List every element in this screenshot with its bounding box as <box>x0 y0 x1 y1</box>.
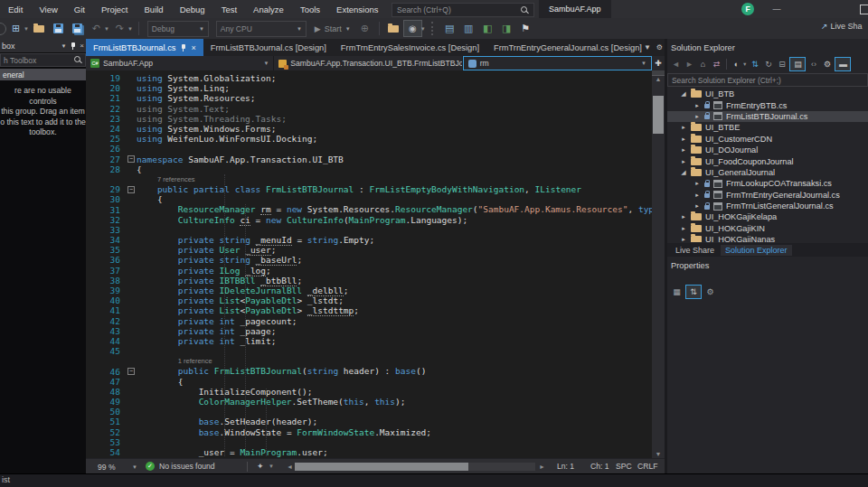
menu-item-tools[interactable]: Tools <box>292 0 328 18</box>
sync-with-active-document-icon[interactable]: ⇅ <box>749 58 760 70</box>
code-line[interactable]: 24using System.Windows.Forms; <box>86 124 665 134</box>
chevron-down-icon[interactable]: ▼ <box>420 26 426 32</box>
toolbox-search-input[interactable]: h Toolbox <box>0 53 86 67</box>
code-line[interactable]: 35 private User _user; <box>86 245 665 255</box>
comment-icon[interactable]: ◧ <box>480 21 495 36</box>
minimize-button[interactable]: — <box>765 0 788 18</box>
menu-item-project[interactable]: Project <box>93 0 137 18</box>
line-indicator[interactable]: Ln: 1 <box>557 462 574 471</box>
split-window-button[interactable]: ✚ <box>652 56 665 70</box>
view-code-icon[interactable]: ‹› <box>807 58 819 70</box>
codelens-line[interactable]: 1 reference <box>86 356 665 366</box>
tree-item-ui-dojournal[interactable]: ▸UI_DOJournal <box>667 145 868 155</box>
member-dropdown[interactable]: rm ▼ <box>463 56 652 70</box>
code-line[interactable]: 53 <box>86 437 665 447</box>
code-editor[interactable]: 19using System.Globalization;20using Sys… <box>86 70 665 459</box>
preview-selected-icon[interactable]: ▬ <box>835 57 851 71</box>
menu-item-edit[interactable]: Edit <box>0 0 31 18</box>
quick-launch-search[interactable]: Search (Ctrl+Q) <box>392 3 534 17</box>
zoom-selector[interactable]: 99 % ▼ <box>95 461 140 473</box>
chevron-expanded-icon[interactable]: ◢ <box>680 90 687 98</box>
code-line[interactable]: 43 private int _paage; <box>86 326 665 336</box>
debug-target-combo[interactable]: Debug▼ <box>147 21 209 37</box>
document-tab[interactable]: FrmTrnEntryGeneralJournal.cs [Design] <box>486 39 649 56</box>
start-button[interactable]: ▶Start▼ <box>315 24 351 33</box>
code-line[interactable]: 39 private IDeleteJurnalBll _delbll; <box>86 286 665 295</box>
pin-icon[interactable] <box>180 43 186 52</box>
codelens-line[interactable]: 7 references <box>86 174 665 184</box>
codelens-text[interactable]: 1 reference <box>137 357 212 365</box>
tree-item-frmentrybtb-cs[interactable]: ▸FrmEntryBTB.cs <box>667 99 868 110</box>
line-ending-indicator[interactable]: CRLF <box>637 462 657 471</box>
code-line[interactable]: 32 CultureInfo ci = new CultureInfo(Main… <box>86 215 665 225</box>
scrollbar-thumb[interactable] <box>295 463 468 471</box>
chevron-down-icon[interactable]: ▼ <box>24 26 29 32</box>
switch-views-icon[interactable]: ⇄ <box>711 58 722 70</box>
code-line[interactable]: 28{ <box>86 164 665 174</box>
collapse-icon[interactable]: − <box>127 368 135 375</box>
code-line[interactable]: 48 InitializeComponent(); <box>86 387 665 397</box>
chevron-down-icon[interactable]: ▼ <box>127 26 133 32</box>
redo-icon[interactable]: ↷ <box>112 21 127 36</box>
code-line[interactable]: 37 private ILog _log; <box>86 266 665 276</box>
menu-item-test[interactable]: Test <box>213 0 245 18</box>
navigate-forward-editor-icon[interactable]: ▥ <box>461 21 476 36</box>
scroll-right-icon[interactable]: ► <box>539 464 545 470</box>
tab-solution-explorer[interactable]: Solution Explorer <box>721 245 792 256</box>
navigate-backward-editor-icon[interactable]: ▤ <box>442 21 458 36</box>
properties-icon[interactable]: ⚙ <box>821 58 833 70</box>
code-line[interactable]: 52 base.WindowState = FormWindowState.Ma… <box>86 427 665 437</box>
tree-item-frmtrnlistgeneraljournal-cs[interactable]: ▸FrmTrnListGeneralJournal.cs <box>667 201 868 211</box>
save-icon[interactable] <box>51 21 66 36</box>
document-tab[interactable]: FrmListBTBJournal.cs [Design] <box>203 39 334 56</box>
document-tab[interactable]: FrmListBTBJournal.cs× <box>86 39 203 56</box>
tree-item-ui-generaljournal[interactable]: ◢UI_GeneralJournal <box>667 167 868 178</box>
code-line[interactable]: 30 { <box>86 194 665 204</box>
error-list-tab-fragment[interactable]: ist <box>2 475 10 484</box>
code-line[interactable]: 31 ResourceManager rm = new System.Resou… <box>86 204 665 214</box>
menu-item-extensions[interactable]: Extensions <box>328 0 386 18</box>
back-icon[interactable]: ◄ <box>670 58 682 70</box>
bookmark-icon[interactable]: ⚑ <box>518 21 533 36</box>
code-line[interactable]: 34 private string _menuId = string.Empty… <box>86 235 665 245</box>
code-line[interactable]: 40 private List<PayableDtl> _lstdt; <box>86 295 665 305</box>
type-dropdown[interactable]: SambuAF.App.Transaction.UI_BTB.FrmListBT… <box>274 56 462 70</box>
scroll-up-icon[interactable]: ▲ <box>652 76 665 82</box>
code-line[interactable]: 19using System.Globalization; <box>86 73 665 83</box>
chevron-down-icon[interactable]: ▼ <box>269 464 274 469</box>
intellitrace-icon[interactable]: ◉ <box>403 20 422 37</box>
tree-item-ui-btb[interactable]: ◢UI_BTB <box>667 89 868 99</box>
code-line[interactable]: 23using System.Threading.Tasks; <box>86 114 665 124</box>
tree-item-ui-hokgajikelapa[interactable]: ▸UI_HOKGajiKelapa <box>667 211 868 222</box>
maximize-button[interactable] <box>860 5 868 14</box>
categorized-icon[interactable]: ▦ <box>671 286 683 298</box>
code-cleanup-icon[interactable]: ✦ <box>257 462 264 471</box>
scroll-left-icon[interactable]: ◄ <box>287 464 293 470</box>
code-line[interactable]: 26 <box>86 144 665 154</box>
undo-icon[interactable]: ↶ <box>89 21 104 36</box>
home-icon[interactable]: ⌂ <box>697 58 709 70</box>
chevron-expanded-icon[interactable]: ◢ <box>680 169 687 176</box>
new-item-icon[interactable]: ⊞ <box>8 21 24 36</box>
collapse-all-icon[interactable]: ⊟ <box>776 58 788 70</box>
property-pages-icon[interactable]: ⚙ <box>704 286 716 298</box>
close-icon[interactable]: × <box>191 43 195 52</box>
column-indicator[interactable]: Ch: 1 <box>590 462 609 471</box>
collapse-icon[interactable]: − <box>127 155 135 163</box>
uncomment-icon[interactable]: ◨ <box>499 21 514 36</box>
chevron-collapsed-icon[interactable]: ▸ <box>680 236 687 242</box>
live-share-button[interactable]: ↗ Live Sha <box>821 22 868 31</box>
tree-item-ui-customercdn[interactable]: ▸UI_CustomerCDN <box>667 134 868 145</box>
code-line[interactable]: 20using System.Linq; <box>86 83 665 93</box>
tab-live-share[interactable]: Live Share <box>671 245 719 256</box>
save-all-icon[interactable] <box>70 21 85 36</box>
chevron-down-icon[interactable]: ▼ <box>742 61 747 67</box>
code-line[interactable]: 42 private int _pagecount; <box>86 316 665 326</box>
chevron-collapsed-icon[interactable]: ▸ <box>680 136 687 143</box>
scrollbar-thumb[interactable] <box>653 96 664 134</box>
code-line[interactable]: 22using System.Text; <box>86 104 665 114</box>
code-line[interactable]: 46− public FrmListBTBJournal(string head… <box>86 366 665 376</box>
code-line[interactable]: 27−namespace SambuAF.App.Transaction.UI_… <box>86 155 665 164</box>
codelens-text[interactable]: 7 references <box>137 175 195 183</box>
code-line[interactable]: 33 <box>86 225 665 235</box>
